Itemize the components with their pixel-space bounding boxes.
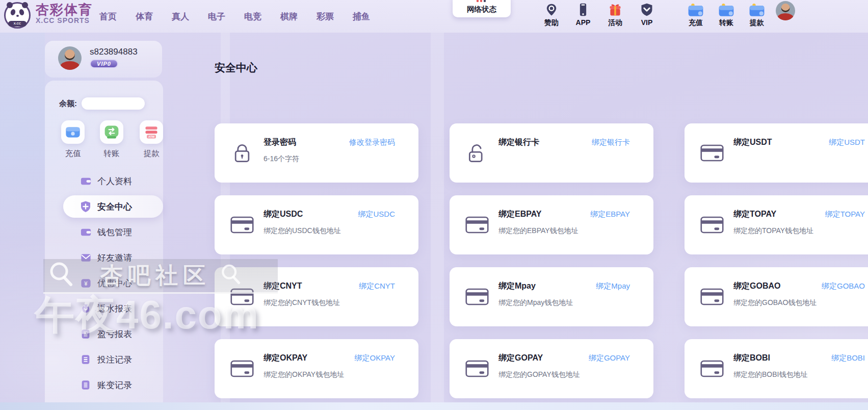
top-nav-item-1[interactable]: 体育	[136, 11, 153, 22]
top-nav-item-5[interactable]: 棋牌	[280, 11, 298, 22]
sidebar-avatar[interactable]	[58, 46, 82, 70]
security-card-7: 绑定Mpay 绑定您的Mpay钱包地址 绑定Mpay	[450, 267, 653, 326]
card-title: 绑定TOPAY	[733, 209, 776, 220]
bank-card-icon	[465, 213, 489, 237]
top-nav-item-2[interactable]: 真人	[172, 11, 189, 22]
security-card-2: 绑定USDT 绑定USDT	[685, 123, 868, 183]
recharge-wallet-icon	[61, 120, 85, 144]
top-wallet-action-1[interactable]: 转账	[712, 2, 741, 28]
card-title: 绑定GOPAY	[498, 352, 543, 364]
security-card-8: 绑定GOBAO 绑定您的GOBAO钱包地址 绑定GOBAO	[685, 267, 868, 326]
card-action-link[interactable]: 绑定USDT	[829, 138, 865, 147]
top-nav-item-3[interactable]: 电子	[208, 11, 225, 22]
top-action-0[interactable]: 赞助	[537, 2, 566, 28]
bank-card-icon	[465, 285, 489, 309]
panda-ear-icon	[7, 2, 13, 8]
card-action-link[interactable]: 修改登录密码	[349, 138, 395, 147]
sidebar-menu-item-6[interactable]: 盈亏报表	[45, 321, 163, 347]
sidebar-menu-item-5[interactable]: 返水报表	[45, 296, 163, 321]
atm-icon: ATM	[140, 120, 163, 144]
sidebar-quick-action-2[interactable]: ATM 提款	[136, 120, 167, 159]
card-title: 绑定BOBI	[733, 352, 770, 364]
card-title: 绑定EBPAY	[498, 209, 541, 220]
profile-card-icon	[80, 175, 92, 187]
sidebar-menu-item-4[interactable]: ¥ 优惠中心	[45, 270, 163, 296]
top-wallet-action-0[interactable]: 充值	[681, 2, 711, 28]
card-action-link[interactable]: 绑定CNYT	[359, 281, 395, 291]
card-action-link[interactable]: 绑定GOPAY	[589, 353, 630, 363]
card-action-link[interactable]: 绑定USDC	[358, 210, 395, 219]
top-action-3[interactable]: VIP	[632, 2, 662, 27]
sidebar-menu: 个人资料 安全中心 钱包管理 好友邀请 ¥ 优惠中心 返水报表 盈亏报表 投注记…	[45, 168, 163, 410]
card-subtitle: 绑定您的BOBI钱包地址	[733, 369, 807, 379]
card-action-link[interactable]: 绑定OKPAY	[355, 353, 395, 363]
card-action-link[interactable]: 绑定GOBAO	[822, 281, 865, 291]
card-title: 绑定Mpay	[498, 280, 536, 292]
sidebar-menu-item-7[interactable]: 投注记录	[45, 347, 163, 372]
top-action-1[interactable]: APP	[568, 2, 598, 27]
card-action-link[interactable]: 绑定BOBI	[831, 353, 865, 363]
top-wallet-action-2[interactable]: 提款	[742, 2, 772, 28]
sidebar-quick-action-0[interactable]: 充值	[57, 120, 89, 159]
brand-logo[interactable]: X.CC	[4, 2, 31, 29]
brand-text: 杏彩体育 X.CC SPORTS	[36, 3, 93, 24]
security-card-11: 绑定BOBI 绑定您的BOBI钱包地址 绑定BOBI	[685, 339, 868, 398]
security-card-0: 登录密码 6-16个字符 修改登录密码	[215, 123, 418, 183]
panda-eye-icon	[18, 9, 24, 16]
security-card-3: 绑定USDC 绑定您的USDC钱包地址 绑定USDC	[215, 195, 418, 254]
vip-badge: VIP0	[90, 59, 118, 68]
sidebar-menu-item-0[interactable]: 个人资料	[45, 168, 163, 194]
top-nav-item-0[interactable]: 首页	[99, 11, 117, 22]
sidebar-menu-item-3[interactable]: 好友邀请	[45, 245, 163, 270]
card-subtitle: 绑定您的Mpay钱包地址	[498, 297, 573, 308]
top-navigation: 首页体育真人电子电竞棋牌彩票捕鱼	[99, 0, 370, 33]
panda-nose-icon	[16, 15, 19, 17]
security-cards-grid: 登录密码 6-16个字符 修改登录密码 绑定银行卡 绑定银行卡 绑定USDT 绑…	[215, 123, 868, 398]
security-card-1: 绑定银行卡 绑定银行卡	[450, 123, 653, 183]
sidebar-menu-item-8[interactable]: 账变记录	[45, 372, 163, 398]
brand-subtitle: X.CC SPORTS	[36, 17, 93, 24]
vip-shield-icon	[632, 2, 662, 18]
top-nav-item-6[interactable]: 彩票	[317, 11, 334, 22]
rebate-pouch-icon	[80, 302, 92, 315]
card-subtitle: 绑定您的TOPAY钱包地址	[733, 225, 813, 236]
bank-card-icon	[230, 356, 254, 381]
bank-card-icon	[700, 285, 724, 309]
bank-card-icon	[230, 285, 254, 309]
top-nav-item-4[interactable]: 电竞	[244, 11, 261, 22]
wallet-icon	[80, 226, 92, 238]
sidebar-menu-item-2[interactable]: 钱包管理	[45, 219, 163, 245]
security-card-10: 绑定GOPAY 绑定您的GOPAY钱包地址 绑定GOPAY	[450, 339, 653, 398]
card-title: 绑定CNYT	[264, 280, 302, 292]
card-action-link[interactable]: 绑定银行卡	[592, 138, 630, 147]
sponsor-icon	[537, 2, 566, 18]
network-status-button[interactable]: 网络状态	[453, 0, 511, 17]
unlock-icon	[465, 141, 489, 165]
card-action-link[interactable]: 绑定TOPAY	[825, 210, 865, 219]
wallet-blue-icon	[742, 2, 772, 18]
transfer-arrows-icon	[100, 120, 123, 144]
bank-card-icon	[465, 356, 489, 381]
sidebar-panel: 余额: 充值 转账 ATM 提款 个人资料 安全中心 钱包管理 好友邀请 ¥ 优…	[45, 81, 163, 410]
sidebar-menu-item-1[interactable]: 安全中心	[45, 194, 163, 219]
svg-text:ATM: ATM	[148, 135, 154, 138]
bank-card-icon	[700, 141, 724, 165]
user-avatar[interactable]	[776, 1, 795, 20]
background-left-band	[0, 33, 45, 410]
report-list-icon	[80, 328, 92, 340]
panda-eye-icon	[10, 9, 16, 16]
top-action-2[interactable]: 活动	[600, 2, 630, 28]
brand-title: 杏彩体育	[36, 3, 93, 17]
card-subtitle: 绑定您的GOPAY钱包地址	[498, 369, 580, 379]
card-action-link[interactable]: 绑定Mpay	[596, 281, 630, 291]
balance-hidden-pill	[82, 97, 145, 110]
top-nav-item-7[interactable]: 捕鱼	[353, 11, 370, 22]
card-title: 绑定OKPAY	[264, 352, 307, 364]
security-card-6: 绑定CNYT 绑定您的CNYT钱包地址 绑定CNYT	[215, 267, 418, 326]
security-shield-icon	[80, 200, 92, 213]
sidebar-quick-action-1[interactable]: 转账	[96, 120, 127, 159]
card-action-link[interactable]: 绑定EBPAY	[590, 210, 630, 219]
card-title: 绑定银行卡	[498, 137, 539, 148]
wallet-blue-icon	[681, 2, 711, 18]
security-card-5: 绑定TOPAY 绑定您的TOPAY钱包地址 绑定TOPAY	[685, 195, 868, 254]
